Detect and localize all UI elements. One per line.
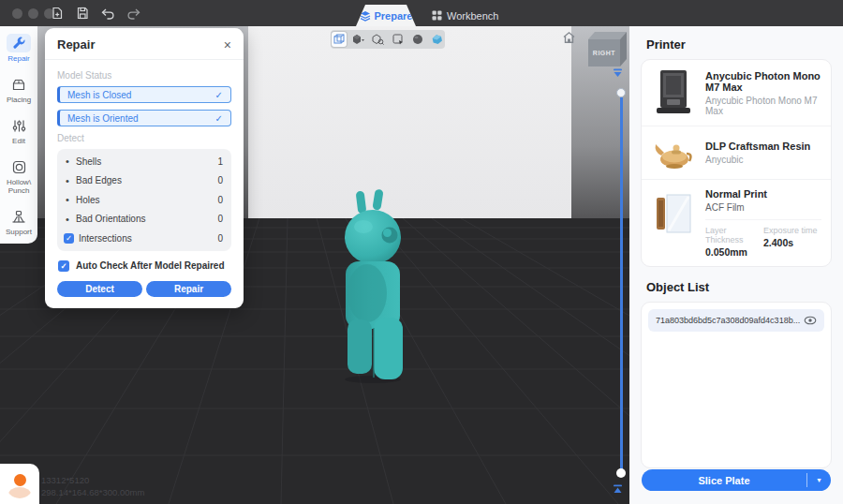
account-button[interactable]	[0, 464, 39, 504]
sidebar-item-label: Repair	[7, 54, 30, 63]
slice-plate-label: Slice Plate	[642, 475, 806, 486]
layer-thickness-value: 0.050mm	[705, 246, 763, 258]
view-toolbar	[331, 30, 445, 49]
bullet-icon: •	[66, 175, 76, 186]
sidebar-item-label: Edit	[12, 137, 25, 145]
home-view-icon[interactable]	[562, 31, 577, 46]
build-resolution: 13312*5120	[41, 474, 144, 486]
object-list-item[interactable]: 71a803bd6bd5c7a308d09afd4c318b...	[648, 309, 824, 332]
tab-prepare-label: Prepare	[375, 10, 413, 22]
clip-slider-handle-bottom[interactable]	[616, 468, 626, 478]
chevron-down-icon[interactable]: ▼	[807, 477, 831, 483]
printer-name: Anycubic Photon Mono M7 Max	[705, 70, 821, 93]
tool-sidebar: Repair Placing Edit	[0, 26, 37, 244]
status-mesh-oriented: Mesh is Oriented ✓	[57, 110, 231, 126]
eye-icon[interactable]	[804, 316, 817, 325]
sidebar-item-hollow-punch[interactable]: Hollow\ Punch	[1, 157, 37, 195]
exposure-time-label: Exposure time	[763, 226, 821, 235]
model-figure[interactable]	[328, 187, 414, 384]
sidebar-item-edit[interactable]: Edit	[1, 116, 37, 145]
save-file-icon[interactable]	[74, 5, 91, 22]
bullet-icon: •	[66, 194, 76, 205]
sphere-view-icon[interactable]	[410, 32, 425, 47]
redo-icon[interactable]	[125, 5, 141, 22]
detect-row-holes: • Holes 0	[66, 190, 223, 210]
sidebar-item-label: Placing	[7, 96, 31, 104]
dialog-title: Repair	[57, 37, 95, 52]
right-panel: Printer Anycubic Photon Mono M7 Max Anyc…	[629, 26, 843, 504]
detect-row-bad-orientations: • Bad Orientations 0	[66, 210, 223, 230]
placing-box-icon	[7, 75, 31, 94]
undo-icon[interactable]	[99, 5, 116, 22]
resin-brand: Anycubic	[705, 155, 821, 165]
profile-name: Normal Print	[705, 188, 821, 200]
bullet-icon: •	[66, 214, 76, 225]
solid-view-icon[interactable]	[351, 32, 366, 47]
detect-results-box: • Shells 1 • Bad Edges 0 • Holes 0 • Bad…	[57, 149, 231, 251]
sidebar-item-support[interactable]: Support	[1, 207, 37, 236]
bullet-icon: •	[66, 156, 76, 167]
support-icon	[7, 207, 31, 226]
check-icon: ✓	[215, 90, 223, 100]
object-list-title: Object List	[646, 280, 832, 294]
sliders-icon	[7, 116, 31, 135]
title-bar: Prepare Workbench	[0, 0, 843, 26]
inspect-view-icon[interactable]	[371, 32, 386, 47]
detect-button[interactable]: Detect	[57, 281, 142, 297]
detect-label: Detect	[57, 133, 231, 143]
close-icon[interactable]: ×	[224, 39, 231, 51]
hollow-punch-icon	[7, 157, 31, 176]
detect-row-shells: • Shells 1	[66, 152, 223, 171]
resin-name: DLP Craftsman Resin	[705, 141, 821, 152]
tab-prepare[interactable]: Prepare	[356, 5, 416, 26]
tab-workbench[interactable]: Workbench	[424, 5, 506, 26]
resin-row[interactable]: DLP Craftsman Resin Anycubic	[642, 126, 831, 179]
print-profile-row[interactable]: Normal Print ACF Film Layer Thickness 0.…	[642, 179, 831, 266]
slice-plate-button[interactable]: Slice Plate ▼	[642, 469, 831, 491]
auto-check-label: Auto Check After Model Repaired	[76, 260, 225, 271]
close-window-button[interactable]	[12, 8, 22, 19]
clip-to-bottom-icon[interactable]	[612, 483, 624, 496]
printer-card: Anycubic Photon Mono M7 Max Anycubic Pho…	[641, 59, 832, 267]
textured-cube-icon[interactable]	[430, 32, 445, 47]
wrench-icon	[7, 34, 31, 52]
clip-to-top-icon[interactable]	[612, 67, 624, 80]
printer-thumbnail	[651, 68, 696, 117]
intersections-checkbox[interactable]: ✓	[64, 233, 74, 244]
printer-machine-row[interactable]: Anycubic Photon Mono M7 Max Anycubic Pho…	[642, 60, 831, 126]
object-name: 71a803bd6bd5c7a308d09afd4c318b...	[656, 316, 804, 325]
select-region-icon[interactable]	[391, 32, 406, 47]
model-status-label: Model Status	[57, 70, 231, 81]
status-mesh-closed: Mesh is Closed ✓	[57, 86, 231, 103]
open-file-icon[interactable]	[49, 5, 66, 22]
clip-slider-handle-top[interactable]	[616, 88, 626, 97]
layers-icon	[360, 10, 371, 22]
build-info-text: 13312*5120 298.14*164.68*300.00mm	[41, 474, 144, 498]
clip-slider-track[interactable]	[620, 96, 623, 473]
profile-film: ACF Film	[705, 202, 821, 213]
tab-workbench-label: Workbench	[447, 10, 498, 22]
film-thumbnail	[651, 188, 696, 235]
view-cube[interactable]: RIGHT	[584, 31, 628, 68]
resin-thumbnail	[651, 135, 696, 170]
check-icon: ✓	[215, 113, 223, 124]
build-size: 298.14*164.68*300.00mm	[41, 486, 144, 498]
detect-row-intersections: ✓ Intersections 0	[66, 229, 223, 248]
object-list: 71a803bd6bd5c7a308d09afd4c318b...	[641, 302, 832, 468]
layer-thickness-label: Layer Thickness	[705, 226, 763, 245]
sidebar-item-label: Hollow\ Punch	[7, 178, 31, 195]
wireframe-view-icon[interactable]	[332, 32, 347, 47]
sidebar-item-placing[interactable]: Placing	[1, 75, 37, 104]
grid-icon	[432, 10, 442, 21]
sidebar-item-label: Support	[6, 228, 32, 236]
auto-check-checkbox[interactable]: ✓	[58, 260, 69, 272]
exposure-time-value: 2.400s	[763, 237, 821, 248]
repair-button[interactable]: Repair	[146, 281, 231, 297]
avatar	[6, 470, 34, 498]
sidebar-item-repair[interactable]: Repair	[1, 34, 37, 63]
view-cube-label: RIGHT	[593, 50, 616, 56]
printer-section-title: Printer	[646, 37, 832, 52]
minimize-window-button[interactable]	[28, 8, 38, 19]
printer-subname: Anycubic Photon Mono M7 Max	[705, 96, 821, 116]
repair-dialog: Repair × Model Status Mesh is Closed ✓ M…	[45, 28, 244, 308]
